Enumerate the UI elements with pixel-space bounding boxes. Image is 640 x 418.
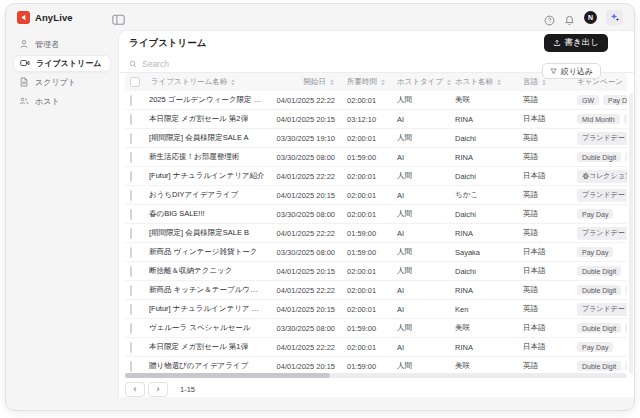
campaign-badge: Duble Digit <box>577 266 621 276</box>
row-checkbox[interactable] <box>130 114 132 125</box>
cell-start-date: 04/01/2025 20:15 <box>271 362 339 371</box>
cell-host-name: Daichi <box>453 267 521 276</box>
app-window: AnyLive N <box>5 3 635 411</box>
campaign-badge: 春コレクション <box>577 170 627 183</box>
table-row[interactable]: [Futur] ナチュラルインテリア紹介04/01/2025 22:2202:0… <box>125 167 627 186</box>
cell-campaigns: Duble DigitP… <box>573 361 627 371</box>
cell-host-name: RINA <box>453 286 521 295</box>
pagination: ‹ › 1-15 <box>119 378 634 397</box>
search-placeholder: Search <box>142 59 169 69</box>
notifications-bell-icon[interactable] <box>564 12 575 23</box>
cell-duration: 01:59:00 <box>339 248 395 257</box>
column-label: ライブストリーム名称 <box>151 77 227 87</box>
table-row[interactable]: [期間限定] 会員様限定SALE A03/30/2025 19:1002:00:… <box>125 129 627 148</box>
table-row[interactable]: ヴェルーラ スペシャルセール03/30/2025 08:0001:59:00人間… <box>125 319 627 338</box>
table-row[interactable]: 新生活応援！お部屋整理術03/30/2025 08:0001:59:00AIRI… <box>125 148 627 167</box>
row-checkbox[interactable] <box>130 323 132 334</box>
topbar: AnyLive N <box>6 4 634 30</box>
row-checkbox[interactable] <box>130 209 132 220</box>
cell-language: 英語 <box>521 304 573 314</box>
table-row[interactable]: [期間限定] 会員様限定SALE B04/01/2025 22:2201:59:… <box>125 224 627 243</box>
cell-duration: 02:00:01 <box>339 191 395 200</box>
row-checkbox[interactable] <box>130 190 132 201</box>
select-all-checkbox[interactable] <box>130 77 140 87</box>
table-row[interactable]: 2025 ゴールデンウィーク限定 セール04/01/2025 22:2202:0… <box>125 91 627 110</box>
cell-campaigns: 春コレクション <box>573 170 627 183</box>
table-row[interactable]: 新商品 ヴィンテージ雑貨トーク03/30/2025 08:0001:59:00人… <box>125 243 627 262</box>
row-checkbox[interactable] <box>130 152 132 163</box>
cell-language: 日本語 <box>521 266 573 276</box>
horizontal-scrollbar-thumb[interactable] <box>125 373 330 378</box>
cell-host-type: 人間 <box>395 95 453 105</box>
cell-stream-name: 新商品 ヴィンテージ雑貨トーク <box>149 247 271 257</box>
horizontal-scrollbar[interactable] <box>125 373 627 378</box>
table-row[interactable]: 贈り物選びのアイデアライブ04/01/2025 20:1501:59:00人間美… <box>125 357 627 372</box>
hosts-icon <box>19 96 29 108</box>
table-row[interactable]: 本日限定 メガ割セール 第1弾04/01/2025 22:2202:00:01A… <box>125 338 627 357</box>
table-row[interactable]: おうちDIYアイデアライブ04/01/2025 20:1502:00:01AIち… <box>125 186 627 205</box>
filter-button[interactable]: 絞り込み <box>542 63 601 79</box>
assistant-sparkle-icon[interactable] <box>606 10 623 25</box>
cell-language: 日本語 <box>521 323 573 333</box>
sidebar-item-label: ホスト <box>35 96 60 107</box>
campaign-badge: ブランドデー <box>577 189 627 202</box>
row-checkbox[interactable] <box>130 304 132 315</box>
brand-logo: AnyLive <box>17 11 73 24</box>
cell-stream-name: おうちDIYアイデアライブ <box>149 190 271 200</box>
cell-duration: 02:00:01 <box>339 286 395 295</box>
column-header-start[interactable]: 開始日 <box>271 77 339 87</box>
table-row[interactable]: 断捨離＆収納テクニック04/01/2025 20:1502:00:01人間Dai… <box>125 262 627 281</box>
sidebar-item-host[interactable]: ホスト <box>13 93 111 110</box>
filter-button-label: 絞り込み <box>561 66 593 77</box>
campaign-badge: Mid Month <box>577 114 620 124</box>
row-checkbox[interactable] <box>130 342 132 353</box>
table-row[interactable]: [Futur] ナチュラルインテリア 配信04/01/2025 20:1502:… <box>125 300 627 319</box>
cell-language: 英語 <box>521 95 573 105</box>
row-checkbox[interactable] <box>130 95 132 106</box>
row-checkbox[interactable] <box>130 133 132 144</box>
sidebar-collapse-icon[interactable] <box>112 11 125 23</box>
cell-host-name: Ken <box>453 305 521 314</box>
cell-stream-name: 2025 ゴールデンウィーク限定 セール <box>149 95 271 105</box>
cell-campaigns: Pay Day <box>573 342 627 352</box>
script-icon <box>19 77 29 89</box>
row-checkbox[interactable] <box>130 247 132 258</box>
vertical-scrollbar[interactable] <box>629 93 633 374</box>
table-row[interactable]: 春のBIG SALE!!!03/30/2025 08:0002:00:01人間D… <box>125 205 627 224</box>
sidebar-item-admin[interactable]: 管理者 <box>13 36 111 53</box>
cell-stream-name: [Futur] ナチュラルインテリア紹介 <box>149 171 271 181</box>
user-avatar[interactable]: N <box>584 11 597 24</box>
cell-language: 英語 <box>521 133 573 143</box>
export-button[interactable]: 書き出し <box>544 34 608 52</box>
cell-host-type: 人間 <box>395 209 453 219</box>
sidebar-item-label: スクリプト <box>35 77 76 88</box>
cell-start-date: 04/01/2025 20:15 <box>271 115 339 124</box>
cell-host-type: AI <box>395 191 453 200</box>
sidebar-item-livestream[interactable]: ライブストリーム <box>13 55 111 72</box>
column-header-host_name[interactable]: ホスト名称 <box>453 77 521 87</box>
sort-icon <box>230 78 236 87</box>
cell-start-date: 03/30/2025 08:00 <box>271 210 339 219</box>
cell-stream-name: [期間限定] 会員様限定SALE A <box>149 133 271 143</box>
cell-host-type: 人間 <box>395 266 453 276</box>
user-icon <box>19 39 29 51</box>
row-checkbox[interactable] <box>130 361 132 372</box>
cell-host-type: AI <box>395 229 453 238</box>
cell-campaigns: Duble DigitP… <box>573 285 627 295</box>
campaign-badge: Pay Day <box>577 342 613 352</box>
help-icon[interactable] <box>544 12 555 23</box>
column-header-duration[interactable]: 所要時間 <box>339 77 395 87</box>
cell-stream-name: 本日限定 メガ割セール 第1弾 <box>149 342 271 352</box>
prev-page-button[interactable]: ‹ <box>125 382 145 397</box>
row-checkbox[interactable] <box>130 285 132 296</box>
sidebar-item-script[interactable]: スクリプト <box>13 74 111 91</box>
sort-icon <box>380 78 386 87</box>
table-row[interactable]: 新商品 キッチン＆テーブルウェアレビュー04/01/2025 22:2202:0… <box>125 281 627 300</box>
row-checkbox[interactable] <box>130 228 132 239</box>
row-checkbox[interactable] <box>130 171 132 182</box>
column-header-name[interactable]: ライブストリーム名称 <box>149 77 271 87</box>
table-row[interactable]: 本日限定 メガ割セール 第2弾04/01/2025 20:1503:12:10A… <box>125 110 627 129</box>
column-header-host_type[interactable]: ホストタイプ <box>395 77 453 87</box>
row-checkbox[interactable] <box>130 266 132 277</box>
next-page-button[interactable]: › <box>148 382 168 397</box>
